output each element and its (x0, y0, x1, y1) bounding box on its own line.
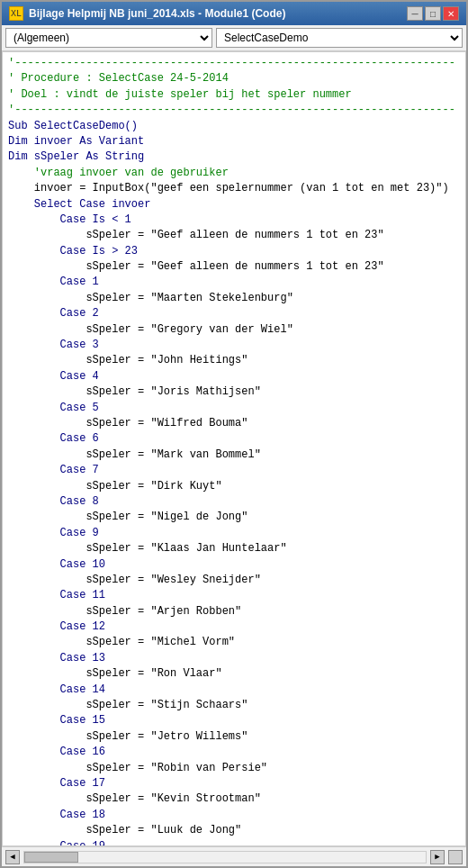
procedure-dropdown[interactable]: SelectCaseDemo (216, 28, 463, 48)
code-line: Case 16 (8, 745, 460, 760)
code-line: sSpeler = "Wilfred Bouma" (8, 416, 460, 431)
code-line: sSpeler = "Maarten Stekelenburg" (8, 291, 460, 306)
code-line: Case 4 (8, 369, 460, 384)
code-line: Case 19 (8, 839, 460, 845)
code-line: sSpeler = "Jetro Willems" (8, 729, 460, 745)
code-line: Case 6 (8, 431, 460, 447)
toolbar: (Algemeen) SelectCaseDemo (2, 25, 466, 51)
code-line: Case 17 (8, 776, 460, 791)
code-line: sSpeler = "Kevin Strootman" (8, 791, 460, 807)
code-line: Case 5 (8, 401, 460, 416)
code-line: sSpeler = "Wesley Sneijder" (8, 573, 460, 588)
code-line: Dim invoer As Variant (8, 134, 460, 149)
code-line: Case 14 (8, 683, 460, 698)
code-line: sSpeler = "Michel Vorm" (8, 635, 460, 650)
code-line: sSpeler = "Nigel de Jong" (8, 510, 460, 525)
code-line: sSpeler = "Klaas Jan Huntelaar" (8, 541, 460, 556)
scroll-left-button[interactable]: ◀ (5, 850, 20, 864)
code-line: sSpeler = "Joris Mathijsen" (8, 384, 460, 400)
code-line: sSpeler = "Luuk de Jong" (8, 823, 460, 838)
code-line: Case 1 (8, 275, 460, 290)
code-line: sSpeler = "Mark van Bommel" (8, 448, 460, 463)
code-line: Case 7 (8, 463, 460, 478)
code-line: sSpeler = "Ron Vlaar" (8, 666, 460, 682)
code-line: Case 9 (8, 526, 460, 541)
code-line: Case 13 (8, 651, 460, 666)
code-line: Case 18 (8, 808, 460, 823)
code-line: '---------------------------------------… (8, 56, 460, 71)
code-line: Sub SelectCaseDemo() (8, 119, 460, 134)
close-button[interactable]: ✕ (443, 6, 459, 21)
code-line: Case 2 (8, 306, 460, 321)
scope-dropdown[interactable]: (Algemeen) (5, 28, 212, 48)
code-line: ' Doel : vindt de juiste speler bij het … (8, 87, 460, 103)
code-area: '---------------------------------------… (2, 51, 466, 846)
code-line: invoer = InputBox("geef een spelernummer… (8, 181, 460, 196)
code-line: Case 15 (8, 713, 460, 728)
code-line: Case Is < 1 (8, 212, 460, 228)
code-line: sSpeler = "John Heitings" (8, 353, 460, 368)
code-line: Case 8 (8, 494, 460, 510)
code-scroll[interactable]: '---------------------------------------… (3, 52, 465, 845)
code-line: Case Is > 23 (8, 244, 460, 259)
scroll-right-button[interactable]: ▶ (430, 850, 445, 864)
app-icon: XL (9, 6, 23, 21)
code-line: 'vraag invoer van de gebruiker (8, 166, 460, 181)
code-line: sSpeler = "Dirk Kuyt" (8, 479, 460, 494)
title-bar: XL Bijlage Helpmij NB juni_2014.xls - Mo… (2, 2, 466, 25)
title-buttons: ─ □ ✕ (407, 6, 459, 21)
code-line: Case 11 (8, 588, 460, 603)
code-line: sSpeler = "Stijn Schaars" (8, 698, 460, 713)
code-line: Case 12 (8, 619, 460, 635)
code-line: sSpeler = "Arjen Robben" (8, 604, 460, 619)
minimize-button[interactable]: ─ (407, 6, 423, 21)
code-line: Case 3 (8, 338, 460, 353)
code-line: sSpeler = "Geef alleen de nummers 1 tot … (8, 259, 460, 275)
main-window: XL Bijlage Helpmij NB juni_2014.xls - Mo… (0, 0, 468, 868)
code-line: Select Case invoer (8, 197, 460, 212)
code-line: sSpeler = "Robin van Persie" (8, 761, 460, 776)
code-line: '---------------------------------------… (8, 103, 460, 118)
bottom-bar: ◀ ▶ (2, 846, 466, 866)
corner-box (448, 850, 463, 864)
h-scroll-thumb (24, 852, 78, 863)
code-line: Dim sSpeler As String (8, 149, 460, 165)
window-title: Bijlage Helpmij NB juni_2014.xls - Modul… (29, 7, 285, 20)
code-line: ' Procedure : SelectCase 24-5-2014 (8, 71, 460, 86)
maximize-button[interactable]: □ (425, 6, 441, 21)
horizontal-scrollbar[interactable] (23, 851, 427, 863)
code-line: Case 10 (8, 557, 460, 573)
code-line: sSpeler = "Geef alleen de nummers 1 tot … (8, 228, 460, 243)
code-line: sSpeler = "Gregory van der Wiel" (8, 322, 460, 338)
title-bar-left: XL Bijlage Helpmij NB juni_2014.xls - Mo… (9, 6, 285, 21)
